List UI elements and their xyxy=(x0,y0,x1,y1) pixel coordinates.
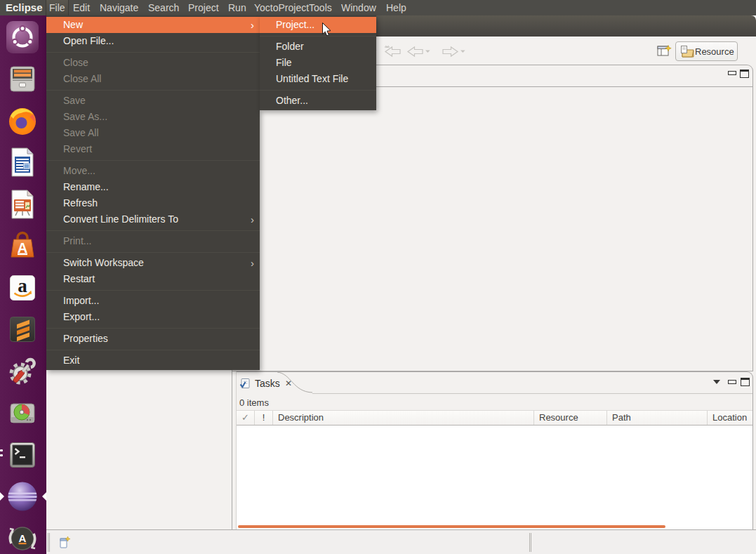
resource-perspective-icon xyxy=(680,45,694,58)
ubuntu-software-icon[interactable]: A xyxy=(6,229,39,263)
menubar-help[interactable]: Help xyxy=(386,0,406,15)
file-menu: New› Open File... Close Close All Save S… xyxy=(46,15,260,370)
submenu-item-untitled-text-file[interactable]: Untitled Text File xyxy=(260,71,376,87)
menubar-search[interactable]: Search xyxy=(148,0,179,15)
resource-perspective-label: Resource xyxy=(695,42,734,60)
menu-separator xyxy=(46,325,260,331)
firefox-icon[interactable] xyxy=(6,104,39,138)
menu-separator xyxy=(46,287,260,293)
tasks-view-menu-icon[interactable] xyxy=(713,380,720,384)
submenu-arrow-icon: › xyxy=(251,17,254,33)
window-title: Eclipse xyxy=(6,0,43,15)
tasks-col-location[interactable]: Location xyxy=(708,411,752,425)
menu-item-print[interactable]: Print... xyxy=(46,233,260,249)
libreoffice-impress-icon[interactable] xyxy=(6,187,39,221)
mouse-cursor xyxy=(322,22,332,37)
menu-item-convert-line-delimiters[interactable]: Convert Line Delimiters To› xyxy=(46,211,260,227)
amazon-icon[interactable]: a xyxy=(6,271,39,305)
menu-separator xyxy=(46,157,260,163)
eclipse-icon[interactable] xyxy=(6,480,39,513)
tasks-hscrollbar-thumb[interactable] xyxy=(238,525,665,528)
menu-item-open-file[interactable]: Open File... xyxy=(46,33,260,49)
menu-item-exit[interactable]: Exit xyxy=(46,352,260,369)
system-tools-icon[interactable] xyxy=(6,355,39,388)
tasks-maximize-button[interactable] xyxy=(741,378,750,386)
terminal-indicator2 xyxy=(0,454,3,456)
nav-history-icons[interactable] xyxy=(372,45,470,58)
tasks-table-header: ✓ ! Description Resource Path Location xyxy=(237,410,752,426)
tasks-col-description[interactable]: Description xyxy=(273,411,534,425)
tasks-view-icon xyxy=(239,378,251,390)
menu-separator xyxy=(46,227,260,233)
menu-item-restart[interactable]: Restart xyxy=(46,271,260,287)
tasks-col-completion[interactable]: ✓ xyxy=(237,411,255,425)
menubar-yoctoprojecttools[interactable]: YoctoProjectTools xyxy=(254,0,332,15)
svg-text:A: A xyxy=(19,532,27,544)
submenu-item-other[interactable]: Other... xyxy=(260,93,376,109)
menu-item-rename[interactable]: Rename... xyxy=(46,179,260,195)
editor-maximize-button[interactable] xyxy=(740,70,749,78)
status-bar xyxy=(46,529,756,554)
menu-item-move[interactable]: Move... xyxy=(46,163,260,179)
menu-item-close[interactable]: Close xyxy=(46,55,260,71)
top-menubar: Eclipse File Edit Navigate Search Projec… xyxy=(0,0,756,15)
menubar-project[interactable]: Project xyxy=(188,0,219,15)
eclipse-running-indicator xyxy=(0,492,4,501)
tasks-view-panel: Tasks ✕ 0 items ✓ ! Description Resource… xyxy=(236,371,753,529)
tasks-col-priority[interactable]: ! xyxy=(255,411,273,425)
menubar-navigate[interactable]: Navigate xyxy=(100,0,138,15)
resource-perspective-button[interactable]: Resource xyxy=(675,41,738,61)
menu-separator xyxy=(46,347,260,352)
submenu-item-folder[interactable]: Folder xyxy=(260,39,376,55)
svg-text:A: A xyxy=(18,240,27,256)
tasks-col-path[interactable]: Path xyxy=(607,411,708,425)
tasks-tabstrip-line xyxy=(312,393,752,394)
submenu-arrow-icon: › xyxy=(251,255,254,271)
menu-item-new[interactable]: New› xyxy=(46,17,260,33)
libreoffice-writer-icon[interactable] xyxy=(6,145,39,179)
menu-item-save-as[interactable]: Save As... xyxy=(46,109,260,125)
menubar-file[interactable]: File xyxy=(49,0,65,15)
new-submenu: Project... Folder File Untitled Text Fil… xyxy=(260,15,376,110)
sublime-text-icon[interactable] xyxy=(6,312,39,346)
menu-separator xyxy=(46,49,260,55)
menu-item-properties[interactable]: Properties xyxy=(46,331,260,347)
menu-item-export[interactable]: Export... xyxy=(46,309,260,325)
menu-item-save-all[interactable]: Save All xyxy=(46,125,260,141)
tasks-tab-close-icon[interactable]: ✕ xyxy=(285,376,292,390)
ubuntu-logo-icon[interactable] xyxy=(6,20,39,54)
menubar-run[interactable]: Run xyxy=(228,0,246,15)
fastview-icon[interactable] xyxy=(59,536,72,550)
software-updater-icon[interactable]: A xyxy=(6,522,39,554)
tasks-table-body xyxy=(237,426,752,529)
terminal-indicator xyxy=(0,449,3,451)
tasks-col-resource[interactable]: Resource xyxy=(534,411,607,425)
terminal-icon[interactable] xyxy=(6,438,39,472)
editor-minimize-button[interactable] xyxy=(728,71,736,75)
statusbar-separator xyxy=(529,533,531,552)
submenu-item-file[interactable]: File xyxy=(260,55,376,71)
menu-item-refresh[interactable]: Refresh xyxy=(46,195,260,211)
menu-item-import[interactable]: Import... xyxy=(46,293,260,309)
submenu-item-project[interactable]: Project... xyxy=(260,17,376,33)
menubar-window[interactable]: Window xyxy=(341,0,376,15)
svg-text:a: a xyxy=(18,275,27,296)
menu-separator xyxy=(46,87,260,93)
files-icon[interactable] xyxy=(6,62,39,95)
menu-separator xyxy=(260,87,376,93)
menu-separator xyxy=(46,249,260,255)
menubar-edit[interactable]: Edit xyxy=(73,0,90,15)
open-perspective-icon[interactable] xyxy=(657,44,672,58)
menu-item-save[interactable]: Save xyxy=(46,93,260,109)
tasks-minimize-button[interactable] xyxy=(728,380,736,384)
menu-item-close-all[interactable]: Close All xyxy=(46,71,260,87)
ubuntu-dock: A a xyxy=(0,15,46,554)
tasks-items-count: 0 items xyxy=(239,395,269,410)
disk-usage-analyzer-icon[interactable] xyxy=(6,396,39,430)
menu-separator xyxy=(260,33,376,39)
menu-item-switch-workspace[interactable]: Switch Workspace› xyxy=(46,255,260,271)
menu-item-revert[interactable]: Revert xyxy=(46,141,260,157)
tasks-tab-label: Tasks xyxy=(255,376,280,390)
submenu-arrow-icon: › xyxy=(251,211,254,227)
statusbar-drag-handle[interactable] xyxy=(48,533,50,552)
